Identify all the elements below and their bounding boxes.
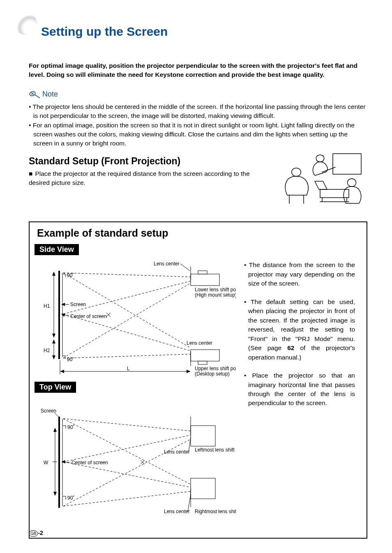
svg-text:Lens center: Lens center	[154, 261, 180, 267]
example-title: Example of standard setup	[37, 227, 362, 239]
svg-text:Upper lens shift position: Upper lens shift position	[195, 366, 236, 371]
gb-badge: GB	[29, 530, 38, 537]
svg-text:(Desktop setup): (Desktop setup)	[195, 371, 230, 377]
setup-illustration	[281, 152, 367, 209]
svg-line-50	[63, 419, 191, 431]
side-view-diagram: 90˚ Lens center Lower lens shift positio…	[35, 258, 236, 382]
svg-rect-8	[198, 271, 207, 274]
svg-text:90˚: 90˚	[67, 495, 74, 501]
note-label: Note	[42, 90, 58, 99]
svg-marker-19	[52, 339, 55, 343]
svg-text:H2: H2	[44, 348, 50, 353]
svg-text:Leftmost lens shift position: Leftmost lens shift position	[195, 447, 236, 453]
svg-text:H1: H1	[44, 303, 50, 309]
svg-rect-53	[191, 426, 215, 446]
svg-marker-59	[53, 428, 57, 432]
svg-line-32	[63, 354, 191, 358]
top-view-label: Top View	[35, 382, 76, 393]
svg-text:Screen: Screen	[41, 408, 56, 414]
svg-line-33	[63, 314, 191, 351]
note-item: • The projector lens should be centered …	[29, 102, 367, 120]
svg-rect-34	[191, 350, 219, 361]
svg-marker-15	[52, 272, 55, 276]
top-view-diagram: Screen 90˚ Lens center Leftmost lens shi…	[35, 396, 236, 532]
note-item: • For an optimal image, position the scr…	[29, 121, 367, 147]
note-list: • The projector lens should be centered …	[29, 102, 367, 147]
svg-text:(High mount setup): (High mount setup)	[195, 292, 236, 298]
page-title: Setting up the Screen	[41, 25, 367, 39]
example-note: • The default setting can be used, when …	[244, 297, 355, 362]
svg-text:Lens center: Lens center	[164, 449, 190, 455]
example-box: Example of standard setup Side View 90˚	[29, 221, 367, 539]
svg-line-5	[63, 283, 191, 358]
svg-marker-20	[52, 355, 55, 359]
svg-line-52	[63, 435, 191, 462]
svg-text:Center of screen: Center of screen	[71, 460, 108, 465]
side-view-label: Side View	[35, 244, 79, 255]
svg-text:Lower lens shift position: Lower lens shift position	[195, 287, 236, 293]
svg-text:90˚: 90˚	[67, 424, 74, 430]
svg-text:Lens center: Lens center	[164, 509, 190, 514]
svg-rect-7	[191, 274, 219, 286]
svg-text:Screen: Screen	[70, 302, 86, 307]
example-note: • The distance from the screen to the pr…	[244, 260, 355, 288]
svg-marker-60	[53, 492, 57, 496]
example-notes: • The distance from the screen to the pr…	[240, 244, 355, 532]
svg-text:W: W	[44, 460, 48, 465]
svg-text:Center of screen: Center of screen	[70, 313, 107, 319]
svg-rect-35	[198, 361, 207, 364]
svg-text:L: L	[127, 366, 130, 371]
svg-text:Rightmost lens shift position: Rightmost lens shift position	[195, 509, 236, 514]
svg-marker-42	[187, 370, 191, 373]
svg-marker-41	[60, 370, 64, 373]
svg-line-31	[63, 273, 191, 348]
note-icon	[29, 90, 40, 99]
standard-setup-heading: Standard Setup (Front Projection)	[29, 156, 256, 167]
svg-line-6	[63, 281, 191, 314]
note-heading-row: Note	[29, 90, 367, 99]
svg-line-69	[63, 491, 191, 506]
svg-line-4	[63, 273, 191, 277]
svg-line-11	[180, 264, 190, 271]
svg-text:90˚: 90˚	[67, 357, 74, 362]
svg-marker-25	[61, 303, 65, 306]
svg-text:Lens center: Lens center	[187, 340, 212, 346]
example-note: • Place the projector so that an imagina…	[244, 371, 355, 408]
standard-setup-body: ■Place the projector at the required dis…	[29, 169, 256, 187]
svg-marker-16	[52, 334, 55, 338]
svg-line-70	[63, 462, 191, 487]
svg-rect-72	[191, 478, 215, 499]
intro-paragraph: For optimal image quality, position the …	[29, 61, 367, 80]
page-number: GB-2	[29, 530, 43, 537]
decorative-swoosh	[14, 12, 37, 35]
